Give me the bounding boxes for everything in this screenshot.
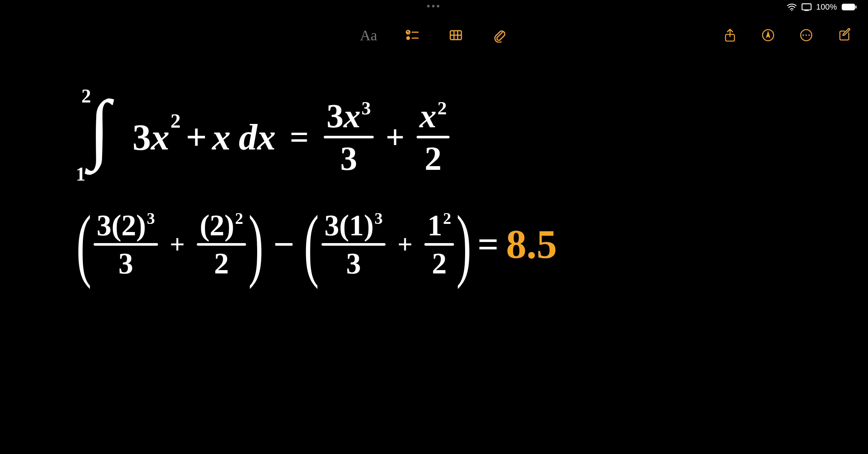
multitasking-dots[interactable]: ••• xyxy=(427,1,441,11)
drawing-canvas[interactable]: 2 ∫ 1 3x2 + x dx = 3x3 3 + x2 2 ( 3(2)3 xyxy=(0,67,868,454)
equation-line-2: ( 3(2)3 3 + (2)2 2 ) − ( 3(1)3 3 + 12 2 … xyxy=(78,196,557,292)
battery-icon xyxy=(841,3,857,11)
wifi-icon xyxy=(787,3,797,11)
status-bar: ••• 100% xyxy=(0,0,868,15)
screen-mirror-icon xyxy=(801,3,812,11)
open-paren-2: ( xyxy=(304,212,319,277)
equation-line-1: 2 ∫ 1 3x2 + x dx = 3x3 3 + x2 2 xyxy=(78,89,453,185)
status-right: 100% xyxy=(787,2,857,12)
svg-rect-3 xyxy=(842,4,855,10)
result-equals: = xyxy=(478,223,499,266)
close-paren-2: ) xyxy=(457,212,471,277)
fraction-2: x2 2 xyxy=(417,99,450,175)
svg-point-0 xyxy=(791,10,792,11)
group1-fraction-2: (2)2 2 xyxy=(197,211,246,278)
minus-sign: − xyxy=(273,223,295,266)
attachment-button[interactable] xyxy=(491,26,508,44)
computed-result: 8.5 xyxy=(506,221,557,268)
group2-fraction-2: 12 2 xyxy=(424,211,454,278)
more-button[interactable] xyxy=(797,26,815,44)
equals-sign: = xyxy=(290,118,309,156)
svg-rect-4 xyxy=(855,6,857,9)
svg-rect-1 xyxy=(802,4,811,10)
svg-point-18 xyxy=(808,34,810,36)
dx: dx xyxy=(239,116,276,158)
battery-percent-label: 100% xyxy=(816,2,837,12)
svg-point-16 xyxy=(803,34,804,36)
integrand: 3x2 + x dx xyxy=(132,116,276,158)
svg-point-7 xyxy=(406,36,410,40)
integral-lower-limit: 1 xyxy=(76,163,85,185)
text-format-label: Aa xyxy=(360,27,377,44)
share-button[interactable] xyxy=(721,26,739,44)
group1-fraction-1: 3(2)3 3 xyxy=(94,211,158,278)
table-button[interactable] xyxy=(447,26,465,44)
open-paren: ( xyxy=(76,212,91,277)
group2-fraction-1: 3(1)3 3 xyxy=(322,211,386,278)
markup-button[interactable] xyxy=(759,26,777,44)
integral-symbol: 2 ∫ 1 xyxy=(78,93,129,181)
fraction-1: 3x3 3 xyxy=(324,99,374,175)
checklist-button[interactable] xyxy=(403,26,421,44)
text-format-button[interactable]: Aa xyxy=(360,26,377,44)
compose-button[interactable] xyxy=(835,26,853,44)
toolbar: Aa xyxy=(0,22,868,48)
svg-point-17 xyxy=(805,34,807,36)
close-paren: ) xyxy=(249,212,263,277)
